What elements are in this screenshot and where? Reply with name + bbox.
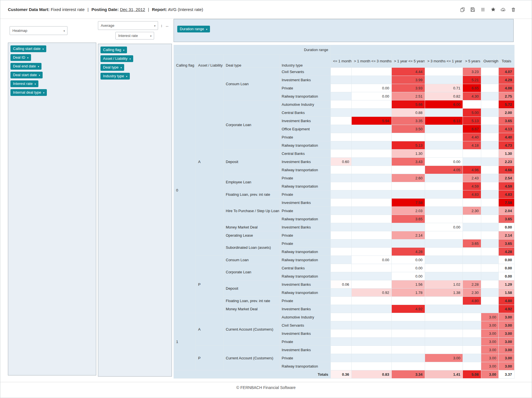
value-cell[interactable] [331, 100, 352, 109]
value-cell[interactable]: 0.60 [331, 158, 352, 166]
value-cell[interactable] [481, 248, 499, 256]
row-total-cell[interactable]: 3.65 [499, 117, 515, 125]
value-cell[interactable]: 3.00 [481, 329, 499, 338]
value-cell[interactable] [331, 166, 352, 174]
value-cell[interactable] [481, 207, 499, 215]
value-cell[interactable] [331, 297, 352, 305]
value-cell[interactable]: 2.30 [463, 207, 481, 215]
value-cell[interactable] [425, 338, 463, 346]
value-cell[interactable]: 4.92 [392, 305, 425, 313]
row-total-cell[interactable]: 2.75 [499, 92, 515, 100]
value-cell[interactable] [352, 338, 392, 346]
value-cell[interactable] [481, 149, 499, 158]
value-cell[interactable] [481, 215, 499, 223]
value-cell[interactable] [331, 239, 352, 248]
value-cell[interactable] [352, 109, 392, 117]
row-total-cell[interactable]: 4.08 [499, 84, 515, 92]
value-cell[interactable] [481, 199, 499, 207]
value-cell[interactable] [463, 329, 481, 338]
aggregation-select[interactable]: Average [98, 21, 158, 30]
grand-total-cell[interactable]: 3.37 [499, 370, 515, 379]
value-cell[interactable] [352, 149, 392, 158]
field-pill-deal-type[interactable]: Deal type▾ [100, 64, 124, 71]
value-cell[interactable] [392, 239, 425, 248]
column-total-cell[interactable]: 3.34 [392, 370, 425, 379]
value-cell[interactable]: 0.00 [352, 84, 392, 92]
swap-axes-icon[interactable]: ↔ [165, 23, 169, 28]
value-cell[interactable] [392, 166, 425, 174]
value-cell[interactable] [425, 141, 463, 149]
value-cell[interactable] [425, 207, 463, 215]
value-cell[interactable] [352, 264, 392, 272]
value-cell[interactable] [352, 239, 392, 248]
value-cell[interactable] [481, 289, 499, 297]
value-cell[interactable] [481, 190, 499, 199]
value-cell[interactable]: 2.60 [392, 174, 425, 182]
value-cell[interactable] [331, 321, 352, 329]
value-cell[interactable] [481, 133, 499, 141]
value-cell[interactable] [352, 362, 392, 370]
value-cell[interactable] [331, 362, 352, 370]
value-cell[interactable] [331, 149, 352, 158]
value-cell[interactable] [425, 76, 463, 84]
value-cell[interactable] [352, 297, 392, 305]
value-cell[interactable] [352, 100, 392, 109]
column-total-cell[interactable]: 1.41 [425, 370, 463, 379]
value-cell[interactable] [331, 141, 352, 149]
value-cell[interactable] [481, 174, 499, 182]
value-cell[interactable]: 2.30 [463, 289, 481, 297]
value-cell[interactable]: 5.66 [392, 100, 425, 109]
value-cell[interactable] [463, 223, 481, 231]
value-cell[interactable]: 0.82 [425, 92, 463, 100]
value-cell[interactable] [425, 68, 463, 76]
field-pill-duration-range[interactable]: Duration range▾ [177, 26, 210, 32]
value-cell[interactable] [352, 76, 392, 84]
measure-select[interactable]: Interest rate [116, 32, 154, 39]
value-cell[interactable] [481, 117, 499, 125]
value-cell[interactable]: 3.65 [392, 215, 425, 223]
row-total-cell[interactable]: 2.14 [499, 231, 515, 239]
row-total-cell[interactable]: 3.00 [499, 362, 515, 370]
value-cell[interactable] [463, 362, 481, 370]
field-pill-calling-start-date[interactable]: Calling start date▾ [10, 45, 46, 52]
value-cell[interactable]: 3.93 [392, 84, 425, 92]
value-cell[interactable] [425, 248, 463, 256]
value-cell[interactable] [331, 248, 352, 256]
value-cell[interactable] [352, 313, 392, 321]
value-cell[interactable] [352, 272, 392, 280]
column-total-cell[interactable]: 5.08 [463, 370, 481, 379]
value-cell[interactable]: 2.51 [392, 92, 425, 100]
value-cell[interactable] [392, 223, 425, 231]
value-cell[interactable] [425, 199, 463, 207]
value-cell[interactable] [331, 215, 352, 223]
value-cell[interactable]: 4.05 [425, 166, 463, 174]
value-cell[interactable] [331, 182, 352, 190]
value-cell[interactable] [352, 223, 392, 231]
row-total-cell[interactable]: 4.92 [499, 305, 515, 313]
value-cell[interactable] [392, 133, 425, 141]
field-pill-interest-rate[interactable]: Interest rate▾ [10, 80, 38, 87]
value-cell[interactable] [425, 256, 463, 264]
view-type-select[interactable]: Heatmap [10, 27, 67, 35]
value-cell[interactable]: 3.99 [392, 76, 425, 84]
value-cell[interactable] [463, 149, 481, 158]
value-cell[interactable]: 4.30 [463, 92, 481, 100]
value-cell[interactable] [463, 272, 481, 280]
value-cell[interactable] [331, 338, 352, 346]
row-total-cell[interactable]: 1.29 [499, 280, 515, 289]
value-cell[interactable]: 4.96 [463, 166, 481, 174]
row-total-cell[interactable]: 7.58 [499, 199, 515, 207]
column-total-cell[interactable]: 0.36 [331, 370, 352, 379]
value-cell[interactable] [425, 329, 463, 338]
value-cell[interactable] [425, 297, 463, 305]
row-total-cell[interactable]: 4.13 [499, 125, 515, 133]
value-cell[interactable] [463, 321, 481, 329]
value-cell[interactable] [352, 166, 392, 174]
row-total-cell[interactable]: 4.07 [499, 68, 515, 76]
value-cell[interactable] [481, 141, 499, 149]
value-cell[interactable] [331, 305, 352, 313]
row-total-cell[interactable]: 2.23 [499, 158, 515, 166]
value-cell[interactable] [425, 182, 463, 190]
row-total-cell[interactable]: 3.00 [499, 354, 515, 362]
value-cell[interactable]: 4.18 [463, 141, 481, 149]
